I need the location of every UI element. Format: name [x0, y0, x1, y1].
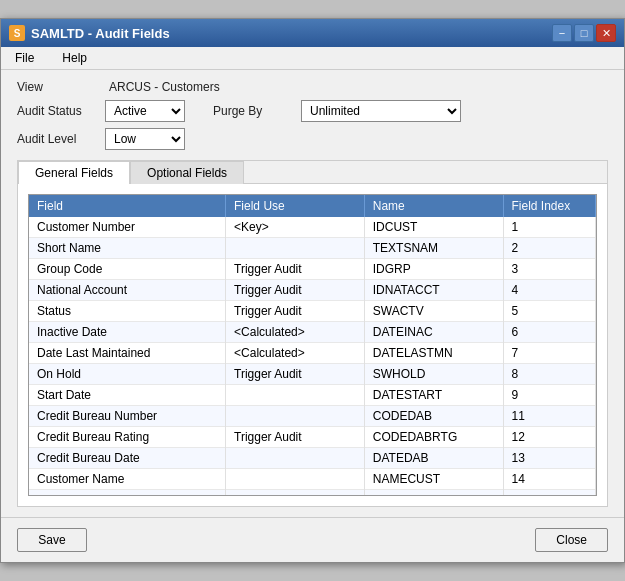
- cell-field: Group Code: [29, 259, 226, 280]
- minimize-button[interactable]: −: [552, 24, 572, 42]
- cell-index: 8: [503, 364, 596, 385]
- view-value: ARCUS - Customers: [109, 80, 220, 94]
- cell-use: Trigger Audit: [226, 364, 365, 385]
- cell-index: 9: [503, 385, 596, 406]
- title-bar-left: S SAMLTD - Audit Fields: [9, 25, 170, 41]
- table-scroll-area[interactable]: Field Field Use Name Field Index Custome…: [29, 195, 596, 495]
- cell-field: National Account: [29, 280, 226, 301]
- table-row[interactable]: On HoldTrigger AuditSWHOLD8: [29, 364, 596, 385]
- close-window-button[interactable]: ✕: [596, 24, 616, 42]
- cell-name: SWACTV: [364, 301, 503, 322]
- cell-use: [226, 406, 365, 427]
- cell-index: 13: [503, 448, 596, 469]
- view-label: View: [17, 80, 97, 94]
- table-row[interactable]: Date Last Maintained<Calculated>DATELAST…: [29, 343, 596, 364]
- table-row[interactable]: Short NameTEXTSNAM2: [29, 238, 596, 259]
- cell-index: 14: [503, 469, 596, 490]
- table-row[interactable]: Customer NameNAMECUST14: [29, 469, 596, 490]
- table-row[interactable]: Address Line 1TEXTSTRE115: [29, 490, 596, 496]
- cell-field: Start Date: [29, 385, 226, 406]
- close-button[interactable]: Close: [535, 528, 608, 552]
- cell-name: NAMECUST: [364, 469, 503, 490]
- cell-use: Trigger Audit: [226, 427, 365, 448]
- save-button[interactable]: Save: [17, 528, 87, 552]
- tab-content-general: Field Field Use Name Field Index Custome…: [18, 184, 607, 506]
- cell-use: [226, 238, 365, 259]
- cell-field: Credit Bureau Rating: [29, 427, 226, 448]
- table-row[interactable]: Credit Bureau DateDATEDAB13: [29, 448, 596, 469]
- audit-level-row: Audit Level Low Medium High: [17, 128, 608, 150]
- table-row[interactable]: StatusTrigger AuditSWACTV5: [29, 301, 596, 322]
- cell-name: SWHOLD: [364, 364, 503, 385]
- cell-field: Short Name: [29, 238, 226, 259]
- cell-index: 2: [503, 238, 596, 259]
- table-header-row: Field Field Use Name Field Index: [29, 195, 596, 217]
- cell-field: On Hold: [29, 364, 226, 385]
- cell-use: <Calculated>: [226, 322, 365, 343]
- purge-by-select[interactable]: Unlimited 1 Year 2 Years 5 Years: [301, 100, 461, 122]
- cell-name: CODEDAB: [364, 406, 503, 427]
- cell-use: Trigger Audit: [226, 280, 365, 301]
- table-row[interactable]: Start DateDATESTART9: [29, 385, 596, 406]
- cell-index: 5: [503, 301, 596, 322]
- cell-name: DATELASTMN: [364, 343, 503, 364]
- cell-use: Trigger Audit: [226, 259, 365, 280]
- tab-general-fields[interactable]: General Fields: [18, 161, 130, 184]
- main-window: S SAMLTD - Audit Fields − □ ✕ File Help …: [0, 18, 625, 563]
- audit-status-row: Audit Status Active Inactive Purge By Un…: [17, 100, 608, 122]
- cell-field: Customer Number: [29, 217, 226, 238]
- cell-use: Trigger Audit: [226, 301, 365, 322]
- cell-index: 15: [503, 490, 596, 496]
- cell-name: DATESTART: [364, 385, 503, 406]
- footer: Save Close: [1, 517, 624, 562]
- col-header-index: Field Index: [503, 195, 596, 217]
- cell-name: TEXTSNAM: [364, 238, 503, 259]
- content-area: View ARCUS - Customers Audit Status Acti…: [1, 70, 624, 517]
- table-row[interactable]: Customer Number<Key>IDCUST1: [29, 217, 596, 238]
- table-row[interactable]: Credit Bureau RatingTrigger AuditCODEDAB…: [29, 427, 596, 448]
- audit-status-select[interactable]: Active Inactive: [105, 100, 185, 122]
- window-controls: − □ ✕: [552, 24, 616, 42]
- cell-index: 6: [503, 322, 596, 343]
- table-row[interactable]: Credit Bureau NumberCODEDAB11: [29, 406, 596, 427]
- cell-name: IDCUST: [364, 217, 503, 238]
- cell-name: DATEDAB: [364, 448, 503, 469]
- audit-status-label: Audit Status: [17, 104, 97, 118]
- table-row[interactable]: Group CodeTrigger AuditIDGRP3: [29, 259, 596, 280]
- cell-use: [226, 448, 365, 469]
- tab-optional-fields[interactable]: Optional Fields: [130, 161, 244, 184]
- table-row[interactable]: National AccountTrigger AuditIDNATACCT4: [29, 280, 596, 301]
- cell-index: 11: [503, 406, 596, 427]
- window-title: SAMLTD - Audit Fields: [31, 26, 170, 41]
- cell-index: 3: [503, 259, 596, 280]
- col-header-name: Name: [364, 195, 503, 217]
- audit-level-label: Audit Level: [17, 132, 97, 146]
- cell-field: Address Line 1: [29, 490, 226, 496]
- audit-level-select[interactable]: Low Medium High: [105, 128, 185, 150]
- fields-table-container: Field Field Use Name Field Index Custome…: [28, 194, 597, 496]
- cell-field: Credit Bureau Date: [29, 448, 226, 469]
- cell-use: [226, 469, 365, 490]
- menu-file[interactable]: File: [9, 49, 40, 67]
- cell-use: [226, 490, 365, 496]
- cell-index: 7: [503, 343, 596, 364]
- menu-bar: File Help: [1, 47, 624, 70]
- fields-table: Field Field Use Name Field Index Custome…: [29, 195, 596, 495]
- title-bar: S SAMLTD - Audit Fields − □ ✕: [1, 19, 624, 47]
- menu-help[interactable]: Help: [56, 49, 93, 67]
- tabs-container: General Fields Optional Fields Field Fie…: [17, 160, 608, 507]
- cell-name: CODEDABRTG: [364, 427, 503, 448]
- table-row[interactable]: Inactive Date<Calculated>DATEINAC6: [29, 322, 596, 343]
- app-icon: S: [9, 25, 25, 41]
- cell-name: IDNATACCT: [364, 280, 503, 301]
- cell-use: [226, 385, 365, 406]
- cell-use: <Calculated>: [226, 343, 365, 364]
- cell-use: <Key>: [226, 217, 365, 238]
- cell-index: 4: [503, 280, 596, 301]
- cell-name: IDGRP: [364, 259, 503, 280]
- maximize-button[interactable]: □: [574, 24, 594, 42]
- tab-header: General Fields Optional Fields: [18, 161, 607, 184]
- table-body: Customer Number<Key>IDCUST1Short NameTEX…: [29, 217, 596, 495]
- col-header-use: Field Use: [226, 195, 365, 217]
- cell-field: Credit Bureau Number: [29, 406, 226, 427]
